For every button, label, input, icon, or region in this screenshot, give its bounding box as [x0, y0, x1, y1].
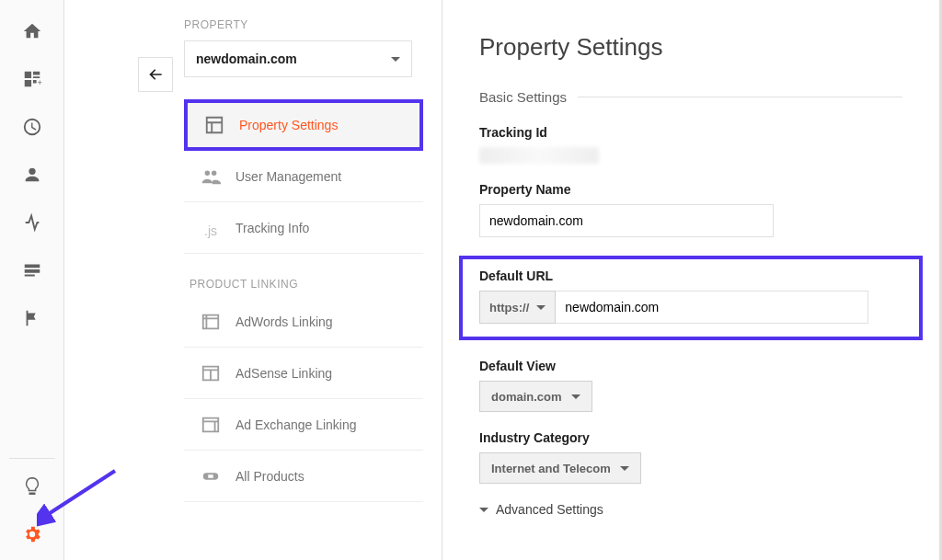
adexchange-icon — [201, 415, 221, 435]
nav-tracking-info[interactable]: .js Tracking Info — [184, 202, 423, 254]
page-title: Property Settings — [479, 33, 902, 62]
industry-label: Industry Category — [479, 430, 902, 445]
sidebar-audience[interactable] — [14, 153, 51, 197]
sidebar-discover[interactable] — [14, 464, 51, 509]
nav-all-products[interactable]: All Products — [184, 451, 423, 502]
behavior-icon — [22, 260, 42, 280]
nav-label: AdWords Linking — [236, 314, 333, 329]
default-url-input[interactable] — [556, 291, 868, 324]
gear-icon — [22, 524, 42, 544]
industry-select[interactable]: Internet and Telecom — [479, 452, 641, 484]
nav-label: Tracking Info — [236, 221, 309, 235]
property-selector[interactable]: newdomain.com — [184, 40, 412, 77]
sidebar-behavior[interactable] — [14, 248, 51, 292]
nav-label: User Management — [236, 169, 341, 184]
divider — [578, 97, 902, 97]
chevron-down-icon — [536, 305, 546, 310]
back-button[interactable] — [138, 57, 173, 92]
nav-label: Ad Exchange Linking — [236, 417, 357, 432]
link-icon — [201, 466, 221, 486]
chevron-down-icon — [479, 508, 488, 512]
svg-rect-3 — [208, 474, 213, 478]
dashboard-icon: + — [22, 69, 42, 89]
js-icon: .js — [201, 218, 221, 238]
property-column-label: PROPERTY — [184, 18, 432, 31]
nav-label: AdSense Linking — [236, 366, 332, 381]
users-icon — [201, 166, 221, 187]
default-url-block: Default URL https:// — [459, 256, 923, 340]
chevron-down-icon — [620, 466, 629, 471]
product-linking-label: PRODUCT LINKING — [190, 278, 432, 291]
acquisition-icon — [22, 212, 42, 233]
flag-icon — [22, 308, 42, 328]
back-arrow-icon — [146, 65, 165, 84]
advanced-settings-toggle[interactable]: Advanced Settings — [479, 502, 902, 517]
icon-sidebar: + — [0, 0, 64, 560]
nav-label: All Products — [236, 469, 304, 484]
property-selector-value: newdomain.com — [196, 51, 297, 66]
nav-adwords-linking[interactable]: AdWords Linking — [184, 296, 423, 348]
chevron-down-icon — [391, 57, 400, 62]
home-icon — [22, 21, 42, 41]
sidebar-conversions[interactable] — [14, 296, 51, 340]
nav-adexchange-linking[interactable]: Ad Exchange Linking — [184, 399, 423, 451]
svg-text:+: + — [37, 78, 41, 87]
chevron-down-icon — [571, 394, 580, 399]
nav-adsense-linking[interactable]: AdSense Linking — [184, 348, 423, 399]
clock-icon — [22, 117, 42, 137]
protocol-select[interactable]: https:// — [479, 291, 556, 324]
sidebar-acquisition[interactable] — [14, 200, 51, 245]
nav-label: Property Settings — [239, 118, 338, 132]
tracking-id-value — [479, 147, 599, 164]
sidebar-customization[interactable]: + — [14, 57, 51, 101]
advanced-settings-label: Advanced Settings — [496, 502, 603, 517]
nav-user-management[interactable]: User Management — [184, 151, 423, 202]
tracking-id-label: Tracking Id — [479, 125, 902, 140]
bulb-icon — [22, 476, 42, 497]
default-view-value: domain.com — [491, 390, 562, 404]
adwords-icon — [201, 312, 221, 332]
sidebar-admin[interactable] — [14, 512, 51, 556]
property-name-input[interactable] — [479, 204, 774, 237]
property-name-label: Property Name — [479, 182, 902, 197]
layout-icon — [204, 115, 224, 135]
basic-settings-header: Basic Settings — [479, 89, 567, 105]
default-view-label: Default View — [479, 359, 902, 373]
default-url-label: Default URL — [479, 269, 902, 283]
protocol-value: https:// — [489, 301, 529, 314]
sidebar-home[interactable] — [14, 9, 51, 53]
sidebar-realtime[interactable] — [14, 105, 51, 149]
adsense-icon — [201, 363, 221, 383]
default-view-select[interactable]: domain.com — [479, 381, 592, 412]
person-icon — [22, 165, 42, 185]
nav-property-settings[interactable]: Property Settings — [184, 99, 423, 151]
industry-value: Internet and Telecom — [491, 462, 611, 475]
